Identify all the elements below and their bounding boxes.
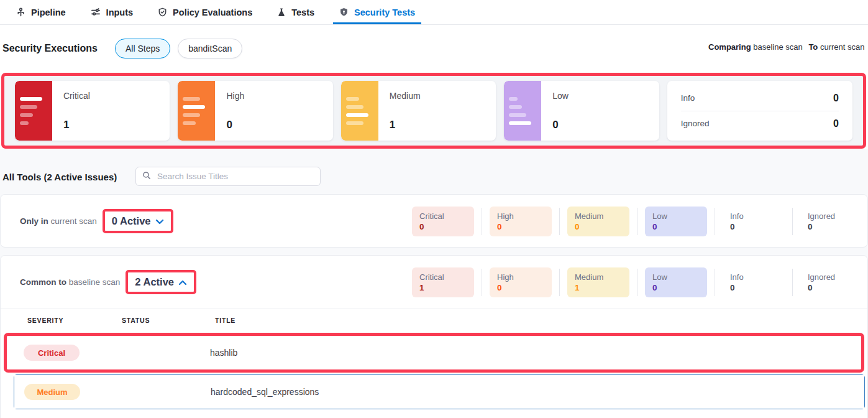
- column-header-status: STATUS: [122, 317, 215, 324]
- tab-security-tests[interactable]: Security Tests: [339, 0, 415, 24]
- chip-divider: [482, 208, 482, 235]
- chip-divider: [482, 269, 482, 296]
- active-count-dropdown[interactable]: 0 Active: [112, 215, 151, 227]
- inputs-icon: [91, 7, 101, 17]
- severity-card-medium: Medium 1: [341, 81, 496, 141]
- tab-tests[interactable]: Tests: [277, 0, 314, 24]
- info-row: Info 0: [681, 86, 839, 111]
- chip-critical: Critical 1: [412, 267, 474, 297]
- tab-inputs[interactable]: Inputs: [91, 0, 134, 24]
- filter-pill-banditscan[interactable]: banditScan: [178, 39, 242, 58]
- severity-card-label: Medium: [390, 91, 421, 101]
- info-ignored-card: Info 0 Ignored 0: [667, 81, 852, 141]
- search-input[interactable]: [156, 171, 314, 182]
- chip-info: Info 0: [723, 207, 785, 236]
- severity-chips-row: Critical 1 High 0 Medium 1 Low 0: [412, 267, 862, 297]
- chip-label: High: [497, 272, 544, 282]
- issue-title: hashlib: [210, 348, 861, 358]
- critical-severity-icon: [15, 81, 52, 141]
- chip-value: 0: [497, 282, 544, 293]
- filter-pill-all-steps[interactable]: All Steps: [115, 39, 170, 58]
- chip-divider: [792, 269, 793, 296]
- chip-value: 0: [652, 282, 700, 293]
- chip-ignored: Ignored 0: [800, 207, 862, 236]
- chip-value: 0: [497, 221, 544, 232]
- section-scope-label: Only in current scan: [20, 216, 97, 226]
- baseline-scan-value: baseline scan: [753, 42, 803, 52]
- severity-card-value: 1: [63, 119, 90, 131]
- chip-info: Info 0: [723, 267, 785, 297]
- ignored-label: Ignored: [681, 119, 710, 128]
- issue-title: hardcoded_sql_expressions: [211, 387, 864, 397]
- severity-card-value: 0: [226, 119, 244, 131]
- page-title: Security Executions: [2, 43, 98, 54]
- section-common-to-baseline-scan: Common to baseline scan 2 Active Critica…: [0, 255, 868, 418]
- medium-severity-icon: [341, 81, 378, 141]
- severity-cards-row: Critical 1 High 0 Medium 1: [4, 76, 863, 146]
- severity-card-high: High 0: [178, 81, 332, 141]
- chevron-down-icon[interactable]: [155, 216, 164, 227]
- chip-label: Critical: [419, 272, 467, 282]
- info-value: 0: [833, 93, 839, 104]
- section-header: Only in current scan 0 Active Critical 0…: [1, 195, 867, 248]
- chip-value: 0: [575, 221, 622, 232]
- chip-divider: [792, 208, 793, 235]
- chip-divider: [559, 208, 560, 235]
- high-severity-icon: [178, 81, 215, 141]
- severity-card-label: Low: [552, 91, 569, 101]
- table-row[interactable]: Critical hashlib: [7, 336, 861, 369]
- chip-label: Medium: [575, 272, 622, 282]
- severity-card-label: High: [226, 91, 244, 101]
- tab-label: Security Tests: [354, 7, 415, 17]
- chip-critical: Critical 0: [412, 207, 474, 236]
- chip-low: Low 0: [645, 267, 707, 297]
- chip-label: Ignored: [808, 211, 855, 221]
- chip-label: Low: [652, 272, 700, 282]
- tab-label: Tests: [291, 7, 314, 17]
- comparing-label: Comparing: [708, 42, 751, 52]
- tests-icon: [277, 7, 286, 17]
- tab-label: Inputs: [106, 7, 134, 17]
- chevron-up-icon[interactable]: [178, 277, 187, 288]
- severity-card-value: 0: [552, 119, 569, 131]
- chip-value: 1: [575, 282, 622, 293]
- severity-card-critical: Critical 1: [15, 81, 170, 141]
- tab-pipeline[interactable]: Pipeline: [16, 0, 66, 24]
- chip-low: Low 0: [645, 207, 707, 236]
- annotation-box-active-dropdown: 0 Active: [103, 209, 173, 233]
- chip-label: High: [497, 211, 544, 221]
- chip-divider: [637, 269, 637, 296]
- active-count-dropdown[interactable]: 2 Active: [135, 276, 174, 288]
- chip-value: 0: [808, 282, 855, 293]
- chip-value: 0: [652, 221, 700, 232]
- chip-label: Medium: [575, 211, 622, 221]
- security-tests-page: Pipeline Inputs Policy Evaluations Tests…: [0, 0, 868, 418]
- info-label: Info: [681, 93, 695, 103]
- annotation-box-issue-row: Critical hashlib: [4, 333, 864, 373]
- pipeline-tabbar: Pipeline Inputs Policy Evaluations Tests…: [0, 0, 868, 25]
- ignored-row: Ignored 0: [681, 111, 839, 136]
- chip-medium: Medium 1: [567, 267, 629, 297]
- chip-value: 1: [419, 282, 467, 293]
- annotation-box-severity-cards: Critical 1 High 0 Medium 1: [1, 73, 866, 149]
- chip-divider: [715, 208, 715, 235]
- all-tools-title: All Tools (2 Active Issues): [2, 172, 117, 182]
- tab-policy-evaluations[interactable]: Policy Evaluations: [158, 0, 252, 24]
- ignored-value: 0: [833, 118, 839, 129]
- chip-divider: [559, 269, 560, 296]
- section-only-in-current-scan: Only in current scan 0 Active Critical 0…: [0, 194, 868, 248]
- current-scan-value: current scan: [820, 42, 865, 52]
- column-header-title: TITLE: [215, 317, 867, 324]
- severity-card-label: Critical: [63, 91, 90, 101]
- pipeline-icon: [16, 7, 25, 17]
- chip-label: Info: [730, 211, 777, 221]
- low-severity-icon: [504, 81, 541, 141]
- chip-high: High 0: [490, 207, 552, 236]
- scope-prefix: Common to: [20, 277, 66, 287]
- severity-card-value: 1: [390, 119, 421, 131]
- severity-chips-row: Critical 0 High 0 Medium 0 Low 0: [412, 207, 862, 236]
- table-row[interactable]: Medium hardcoded_sql_expressions: [14, 375, 864, 409]
- chip-label: Ignored: [808, 272, 855, 282]
- issue-search-box[interactable]: [135, 167, 321, 186]
- chip-medium: Medium 0: [567, 207, 629, 236]
